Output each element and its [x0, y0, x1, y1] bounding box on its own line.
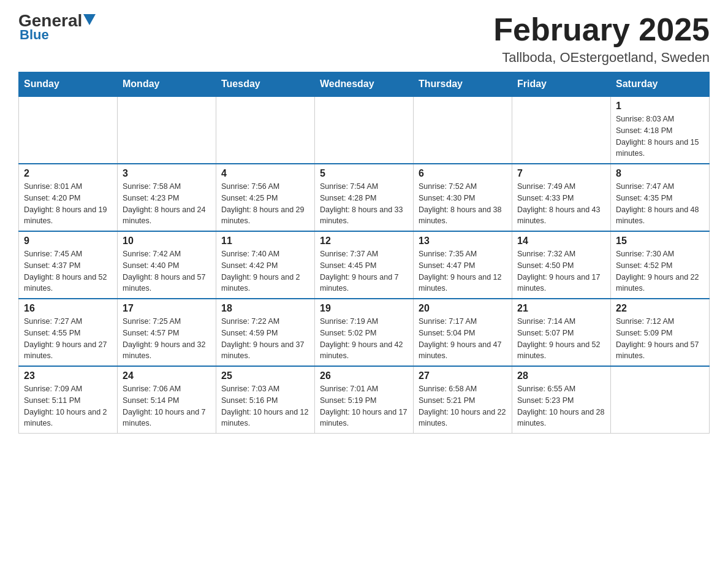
calendar-cell-w3-d4: 20Sunrise: 7:17 AM Sunset: 5:04 PM Dayli…: [414, 299, 512, 366]
calendar-cell-w4-d3: 26Sunrise: 7:01 AM Sunset: 5:19 PM Dayli…: [315, 366, 414, 434]
title-block: February 2025 Tallboda, OEstergoetland, …: [493, 12, 710, 66]
calendar-cell-w1-d4: 6Sunrise: 7:52 AM Sunset: 4:30 PM Daylig…: [414, 164, 512, 231]
calendar-cell-w0-d0: [19, 96, 118, 164]
header-saturday: Saturday: [611, 72, 710, 97]
calendar-cell-w0-d5: [512, 96, 611, 164]
day-info: Sunrise: 7:35 AM Sunset: 4:47 PM Dayligh…: [419, 248, 507, 294]
calendar-cell-w4-d0: 23Sunrise: 7:09 AM Sunset: 5:11 PM Dayli…: [19, 366, 118, 434]
calendar-cell-w3-d1: 17Sunrise: 7:25 AM Sunset: 4:57 PM Dayli…: [118, 299, 216, 366]
day-number: 15: [616, 236, 704, 247]
calendar-cell-w2-d4: 13Sunrise: 7:35 AM Sunset: 4:47 PM Dayli…: [414, 231, 512, 299]
day-info: Sunrise: 7:27 AM Sunset: 4:55 PM Dayligh…: [24, 316, 112, 362]
day-number: 26: [320, 370, 408, 381]
calendar-cell-w4-d6: [611, 366, 710, 434]
calendar-cell-w1-d1: 3Sunrise: 7:58 AM Sunset: 4:23 PM Daylig…: [118, 164, 216, 231]
day-number: 9: [24, 236, 112, 247]
logo: General Blue: [18, 12, 96, 43]
day-info: Sunrise: 7:58 AM Sunset: 4:23 PM Dayligh…: [123, 181, 211, 227]
calendar-cell-w4-d4: 27Sunrise: 6:58 AM Sunset: 5:21 PM Dayli…: [414, 366, 512, 434]
day-number: 7: [517, 168, 605, 179]
day-info: Sunrise: 7:17 AM Sunset: 5:04 PM Dayligh…: [419, 316, 507, 362]
day-info: Sunrise: 7:42 AM Sunset: 4:40 PM Dayligh…: [123, 248, 211, 294]
day-info: Sunrise: 6:55 AM Sunset: 5:23 PM Dayligh…: [517, 383, 605, 429]
header-friday: Friday: [512, 72, 611, 97]
calendar-cell-w2-d5: 14Sunrise: 7:32 AM Sunset: 4:50 PM Dayli…: [512, 231, 611, 299]
calendar-cell-w1-d2: 4Sunrise: 7:56 AM Sunset: 4:25 PM Daylig…: [216, 164, 315, 231]
calendar-cell-w0-d1: [118, 96, 216, 164]
day-number: 11: [221, 236, 309, 247]
day-info: Sunrise: 7:01 AM Sunset: 5:19 PM Dayligh…: [320, 383, 408, 429]
day-info: Sunrise: 7:25 AM Sunset: 4:57 PM Dayligh…: [123, 316, 211, 362]
day-number: 20: [419, 303, 507, 314]
day-number: 2: [24, 168, 112, 179]
header-wednesday: Wednesday: [315, 72, 414, 97]
day-info: Sunrise: 7:49 AM Sunset: 4:33 PM Dayligh…: [517, 181, 605, 227]
week-row-1: 2Sunrise: 8:01 AM Sunset: 4:20 PM Daylig…: [19, 164, 710, 231]
calendar-cell-w4-d5: 28Sunrise: 6:55 AM Sunset: 5:23 PM Dayli…: [512, 366, 611, 434]
day-info: Sunrise: 7:30 AM Sunset: 4:52 PM Dayligh…: [616, 248, 704, 294]
calendar-cell-w1-d6: 8Sunrise: 7:47 AM Sunset: 4:35 PM Daylig…: [611, 164, 710, 231]
day-info: Sunrise: 7:19 AM Sunset: 5:02 PM Dayligh…: [320, 316, 408, 362]
day-number: 10: [123, 236, 211, 247]
week-row-3: 16Sunrise: 7:27 AM Sunset: 4:55 PM Dayli…: [19, 299, 710, 366]
day-info: Sunrise: 7:14 AM Sunset: 5:07 PM Dayligh…: [517, 316, 605, 362]
page-header: General Blue February 2025 Tallboda, OEs…: [18, 12, 710, 66]
day-info: Sunrise: 7:40 AM Sunset: 4:42 PM Dayligh…: [221, 248, 309, 294]
calendar-cell-w0-d4: [414, 96, 512, 164]
logo-triangle-icon: [83, 14, 96, 25]
day-number: 3: [123, 168, 211, 179]
calendar-table: Sunday Monday Tuesday Wednesday Thursday…: [18, 72, 710, 434]
calendar-cell-w2-d3: 12Sunrise: 7:37 AM Sunset: 4:45 PM Dayli…: [315, 231, 414, 299]
week-row-2: 9Sunrise: 7:45 AM Sunset: 4:37 PM Daylig…: [19, 231, 710, 299]
calendar-cell-w0-d2: [216, 96, 315, 164]
calendar-cell-w4-d2: 25Sunrise: 7:03 AM Sunset: 5:16 PM Dayli…: [216, 366, 315, 434]
day-number: 18: [221, 303, 309, 314]
day-number: 13: [419, 236, 507, 247]
calendar-cell-w0-d3: [315, 96, 414, 164]
day-number: 4: [221, 168, 309, 179]
calendar-cell-w1-d0: 2Sunrise: 8:01 AM Sunset: 4:20 PM Daylig…: [19, 164, 118, 231]
day-info: Sunrise: 7:37 AM Sunset: 4:45 PM Dayligh…: [320, 248, 408, 294]
calendar-cell-w1-d3: 5Sunrise: 7:54 AM Sunset: 4:28 PM Daylig…: [315, 164, 414, 231]
day-number: 14: [517, 236, 605, 247]
day-number: 28: [517, 370, 605, 381]
calendar-cell-w4-d1: 24Sunrise: 7:06 AM Sunset: 5:14 PM Dayli…: [118, 366, 216, 434]
day-info: Sunrise: 6:58 AM Sunset: 5:21 PM Dayligh…: [419, 383, 507, 429]
day-info: Sunrise: 7:54 AM Sunset: 4:28 PM Dayligh…: [320, 181, 408, 227]
calendar-cell-w3-d0: 16Sunrise: 7:27 AM Sunset: 4:55 PM Dayli…: [19, 299, 118, 366]
day-number: 25: [221, 370, 309, 381]
day-info: Sunrise: 7:52 AM Sunset: 4:30 PM Dayligh…: [419, 181, 507, 227]
day-info: Sunrise: 7:32 AM Sunset: 4:50 PM Dayligh…: [517, 248, 605, 294]
calendar-cell-w3-d3: 19Sunrise: 7:19 AM Sunset: 5:02 PM Dayli…: [315, 299, 414, 366]
day-info: Sunrise: 7:12 AM Sunset: 5:09 PM Dayligh…: [616, 316, 704, 362]
day-info: Sunrise: 7:47 AM Sunset: 4:35 PM Dayligh…: [616, 181, 704, 227]
day-number: 27: [419, 370, 507, 381]
day-info: Sunrise: 7:22 AM Sunset: 4:59 PM Dayligh…: [221, 316, 309, 362]
week-row-4: 23Sunrise: 7:09 AM Sunset: 5:11 PM Dayli…: [19, 366, 710, 434]
day-number: 5: [320, 168, 408, 179]
day-number: 24: [123, 370, 211, 381]
day-number: 19: [320, 303, 408, 314]
header-sunday: Sunday: [19, 72, 118, 97]
day-number: 16: [24, 303, 112, 314]
calendar-cell-w1-d5: 7Sunrise: 7:49 AM Sunset: 4:33 PM Daylig…: [512, 164, 611, 231]
calendar-cell-w2-d2: 11Sunrise: 7:40 AM Sunset: 4:42 PM Dayli…: [216, 231, 315, 299]
day-info: Sunrise: 8:03 AM Sunset: 4:18 PM Dayligh…: [616, 113, 704, 159]
calendar-cell-w2-d1: 10Sunrise: 7:42 AM Sunset: 4:40 PM Dayli…: [118, 231, 216, 299]
day-info: Sunrise: 7:03 AM Sunset: 5:16 PM Dayligh…: [221, 383, 309, 429]
calendar-cell-w3-d2: 18Sunrise: 7:22 AM Sunset: 4:59 PM Dayli…: [216, 299, 315, 366]
header-monday: Monday: [118, 72, 216, 97]
day-info: Sunrise: 7:45 AM Sunset: 4:37 PM Dayligh…: [24, 248, 112, 294]
day-number: 17: [123, 303, 211, 314]
day-number: 6: [419, 168, 507, 179]
day-number: 21: [517, 303, 605, 314]
logo-blue: Blue: [20, 27, 49, 43]
calendar-cell-w3-d5: 21Sunrise: 7:14 AM Sunset: 5:07 PM Dayli…: [512, 299, 611, 366]
calendar-cell-w2-d0: 9Sunrise: 7:45 AM Sunset: 4:37 PM Daylig…: [19, 231, 118, 299]
day-info: Sunrise: 7:56 AM Sunset: 4:25 PM Dayligh…: [221, 181, 309, 227]
day-number: 12: [320, 236, 408, 247]
calendar-cell-w0-d6: 1Sunrise: 8:03 AM Sunset: 4:18 PM Daylig…: [611, 96, 710, 164]
location: Tallboda, OEstergoetland, Sweden: [493, 50, 710, 66]
weekday-header-row: Sunday Monday Tuesday Wednesday Thursday…: [19, 72, 710, 97]
week-row-0: 1Sunrise: 8:03 AM Sunset: 4:18 PM Daylig…: [19, 96, 710, 164]
